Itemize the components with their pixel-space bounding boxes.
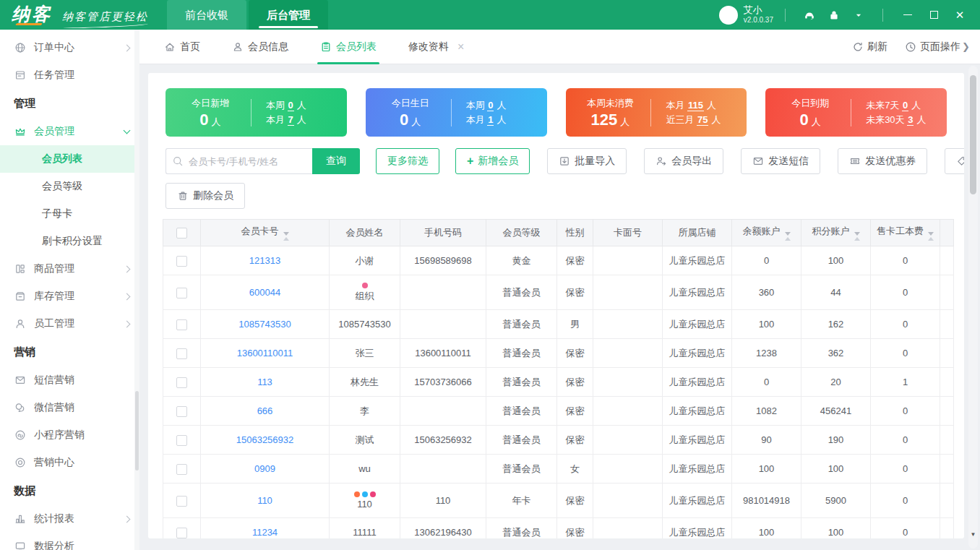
page-tab-修改资料[interactable]: 修改资料× — [408, 30, 464, 64]
header-手机号码[interactable]: 手机号码 — [400, 220, 486, 246]
row-checkbox[interactable] — [176, 288, 187, 298]
sidebar-item-短信营销[interactable]: 短信营销 — [0, 366, 139, 394]
row-checkbox[interactable] — [176, 528, 187, 538]
member-card-link[interactable]: 113 — [257, 377, 272, 387]
member-card-link[interactable]: 110 — [257, 495, 272, 506]
toolbar-button-新增会员[interactable]: +新增会员 — [455, 148, 530, 174]
sidebar-subitem-子母卡[interactable]: 子母卡 — [0, 200, 139, 228]
topbar-right: 艾小 v2.0.0.37 ✕ — [719, 0, 980, 30]
scroll-down-arrow[interactable]: ▼ — [968, 531, 978, 538]
action-页面操作[interactable]: 页面操作 — [905, 40, 960, 53]
row-checkbox[interactable] — [176, 256, 187, 267]
toolbar-button-删除会员[interactable]: 删除会员 — [166, 183, 245, 209]
sidebar-scrollbar-thumb[interactable] — [135, 391, 139, 470]
header-余额账户[interactable]: 余额账户 — [732, 220, 801, 246]
header-所属店铺[interactable]: 所属店铺 — [663, 220, 732, 246]
main-scrollbar-thumb[interactable] — [970, 75, 976, 194]
page-tab-首页[interactable]: 首页 — [164, 30, 200, 64]
sort-icon[interactable] — [928, 232, 934, 241]
sidebar-item-营销中心[interactable]: 营销中心 — [0, 449, 139, 476]
stat-card-main: 今日新增0人 — [176, 97, 245, 128]
table-row: 112341111113062196430普通会员保密儿童乐园总店1001000 — [163, 518, 954, 539]
sidebar-item-库存管理[interactable]: 库存管理 — [0, 283, 139, 310]
chevron-right-icon — [124, 320, 131, 327]
tabbar-more-chevron[interactable]: ❯ — [962, 41, 970, 52]
minimize-button[interactable] — [895, 0, 921, 30]
sidebar-subitem-会员列表[interactable]: 会员列表 — [0, 145, 139, 173]
toolbar-button-会员导出[interactable]: 会员导出 — [644, 148, 723, 174]
header-会员卡号[interactable]: 会员卡号 — [201, 220, 330, 246]
row-checkbox[interactable] — [176, 496, 187, 507]
sort-icon[interactable] — [854, 232, 860, 241]
sidebar-item-商品管理[interactable]: 商品管理 — [0, 255, 139, 283]
page-tab-会员列表[interactable]: 会员列表 — [320, 30, 377, 64]
sidebar-item-任务管理[interactable]: 任务管理 — [0, 61, 139, 89]
sidebar-subitem-刷卡积分设置[interactable]: 刷卡积分设置 — [0, 228, 139, 255]
header-性别[interactable]: 性别 — [557, 220, 593, 246]
search-button[interactable]: 查询 — [312, 148, 360, 174]
toolbar-button-批量导入[interactable]: 批量导入 — [547, 148, 627, 174]
row-checkbox[interactable] — [176, 435, 187, 446]
row-checkbox[interactable] — [176, 348, 187, 359]
main-scrollbar[interactable]: ▼ — [968, 66, 978, 549]
sidebar-item-员工管理[interactable]: 员工管理 — [0, 310, 139, 338]
toolbar-button-更多筛选[interactable]: 更多筛选 — [376, 148, 439, 174]
sidebar-item-统计报表[interactable]: 统计报表 — [0, 505, 139, 533]
sidebar-item-微信营销[interactable]: 微信营销 — [0, 394, 139, 421]
header-会员等级[interactable]: 会员等级 — [486, 220, 557, 246]
maximize-button[interactable] — [921, 0, 947, 30]
row-checkbox[interactable] — [176, 319, 187, 330]
header-积分账户[interactable]: 积分账户 — [801, 220, 871, 246]
column-label: 会员姓名 — [346, 227, 384, 238]
sidebar-item-小程序营销[interactable]: 小程序营销 — [0, 421, 139, 449]
sidebar-item-数据分析[interactable]: 数据分析 — [0, 533, 139, 550]
sidebar-subitem-会员等级[interactable]: 会员等级 — [0, 173, 139, 200]
member-card-link[interactable]: 13600110011 — [237, 348, 293, 358]
action-刷新[interactable]: 刷新 — [852, 40, 887, 53]
sort-icon[interactable] — [785, 232, 791, 241]
avatar[interactable] — [719, 6, 738, 25]
member-gender: 保密 — [557, 426, 593, 455]
lock-button[interactable] — [822, 0, 846, 30]
sidebar-scrollbar[interactable] — [134, 30, 139, 550]
search-group: 查询 — [166, 148, 360, 174]
member-gender: 保密 — [557, 397, 593, 426]
stat-card-本周未消费[interactable]: 本周未消费125人本月 115人近三月 75人 — [566, 88, 747, 137]
header-卡面号[interactable]: 卡面号 — [593, 220, 663, 246]
download-button[interactable] — [846, 0, 871, 30]
member-card-link[interactable]: 0909 — [254, 463, 275, 474]
member-card-link[interactable]: 121313 — [249, 255, 280, 266]
toolbar-button-发送优惠券[interactable]: 发送优惠券 — [838, 148, 927, 174]
support-button[interactable] — [797, 0, 822, 30]
search-input[interactable] — [166, 148, 312, 174]
toolbar-button-发送短信[interactable]: 发送短信 — [741, 148, 820, 174]
tab-close-icon[interactable]: × — [457, 40, 464, 53]
page-tab-会员信息[interactable]: 会员信息 — [232, 30, 288, 64]
member-name: 110 — [330, 499, 400, 510]
toolbar-button-会员标签[interactable]: 会员标签 — [945, 148, 964, 174]
member-card-fee: 0 — [871, 339, 940, 368]
row-checkbox[interactable] — [176, 406, 187, 417]
row-checkbox[interactable] — [176, 377, 187, 388]
select-all-checkbox[interactable] — [176, 228, 187, 239]
mode-tab-后台管理[interactable]: 后台管理 — [249, 0, 328, 30]
sidebar-item-会员管理[interactable]: 会员管理 — [0, 118, 139, 145]
sort-icon[interactable] — [283, 232, 289, 241]
member-card-link[interactable]: 1085743530 — [238, 319, 291, 330]
stat-card-今日到期[interactable]: 今日到期0人未来7天 0人未来30天 3人 — [765, 88, 947, 137]
member-card-link[interactable]: 15063256932 — [236, 434, 294, 445]
member-table: 会员卡号会员姓名手机号码会员等级性别卡面号所属店铺余额账户积分账户售卡工本费12… — [163, 219, 954, 538]
sidebar-item-订单中心[interactable]: 订单中心 — [0, 34, 139, 61]
stat-card-今日新增[interactable]: 今日新增0人本周 0人本月 7人 — [166, 88, 347, 137]
mode-tab-前台收银[interactable]: 前台收银 — [167, 0, 246, 30]
table-row: 600044组织普通会员保密儿童乐园总店360440 — [163, 275, 954, 310]
member-balance: 100 — [732, 310, 801, 339]
row-checkbox[interactable] — [176, 464, 187, 475]
member-card-link[interactable]: 600044 — [249, 287, 280, 298]
header-会员姓名[interactable]: 会员姓名 — [330, 220, 400, 246]
member-card-link[interactable]: 11234 — [252, 527, 278, 538]
header-售卡工本费[interactable]: 售卡工本费 — [871, 220, 940, 246]
close-button[interactable]: ✕ — [947, 0, 973, 30]
member-card-link[interactable]: 666 — [257, 405, 273, 416]
stat-card-今日生日[interactable]: 今日生日0人本周 0人本月 1人 — [366, 88, 547, 137]
